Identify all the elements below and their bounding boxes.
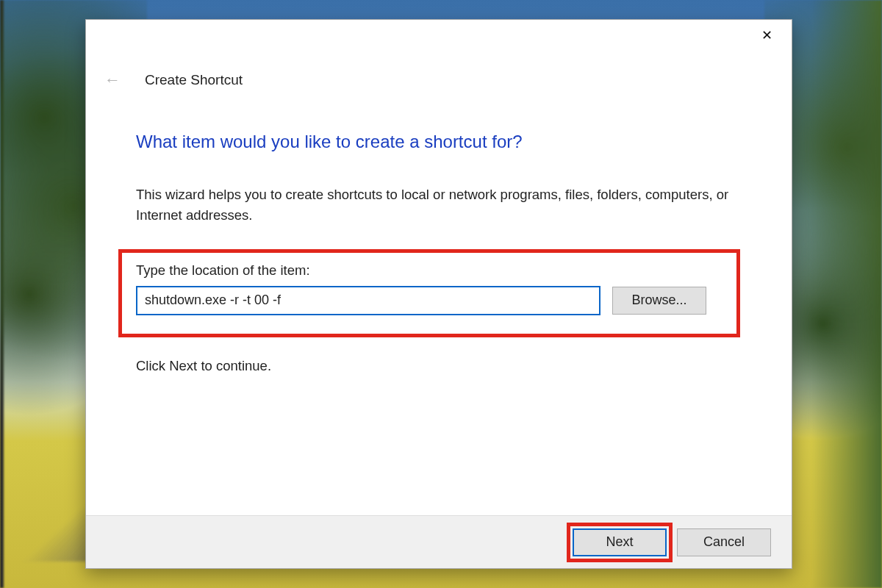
wizard-description: This wizard helps you to create shortcut… [136, 184, 739, 226]
location-input-section: Type the location of the item: Browse... [127, 252, 742, 331]
dialog-titlebar: ✕ [86, 20, 792, 51]
browse-button[interactable]: Browse... [612, 287, 706, 315]
cancel-button[interactable]: Cancel [677, 528, 771, 556]
next-button-wrap: Next [573, 528, 667, 556]
next-button[interactable]: Next [573, 528, 667, 556]
back-arrow-icon: ← [101, 68, 124, 92]
dialog-title-row: ← Create Shortcut [86, 51, 792, 92]
close-icon: ✕ [761, 27, 772, 43]
close-button[interactable]: ✕ [752, 24, 781, 47]
create-shortcut-dialog: ✕ ← Create Shortcut What item would you … [85, 19, 792, 569]
dialog-content: What item would you like to create a sho… [86, 92, 792, 515]
dialog-footer: Next Cancel [86, 515, 792, 568]
continue-instruction: Click Next to continue. [136, 358, 742, 374]
location-input-label: Type the location of the item: [136, 262, 730, 279]
location-input-row: Browse... [136, 286, 730, 315]
wizard-question: What item would you like to create a sho… [136, 132, 742, 152]
location-input[interactable] [136, 286, 600, 315]
wizard-title: Create Shortcut [145, 72, 243, 88]
